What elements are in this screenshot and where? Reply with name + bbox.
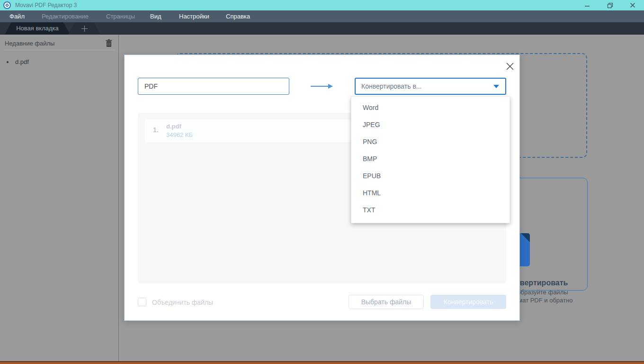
- right-arrow-icon: [311, 86, 329, 87]
- menu-settings[interactable]: Настройки: [179, 10, 209, 22]
- content-area: Недавние файлы d.pdf Конвертировать Прео…: [0, 35, 644, 361]
- tab-bar: Новая вкладка: [0, 22, 644, 35]
- menu-edit: Редактирование: [42, 10, 89, 22]
- clear-recent-button[interactable]: [105, 39, 113, 48]
- choose-files-button[interactable]: Выбрать файлы: [349, 295, 424, 309]
- menu-pages: Страницы: [106, 10, 135, 22]
- convert-dialog: Конвертировать в... Word JPEG PNG BMP EP…: [124, 55, 520, 321]
- format-dropdown-list: Word JPEG PNG BMP EPUB HTML TXT: [351, 96, 510, 223]
- title-bar: Movavi PDF Редактор 3: [0, 0, 644, 10]
- format-option-word[interactable]: Word: [351, 99, 510, 116]
- minimize-icon[interactable]: [576, 0, 599, 10]
- merge-files-checkbox[interactable]: [138, 298, 146, 306]
- convert-to-placeholder: Конвертировать в...: [361, 82, 421, 90]
- close-icon: [506, 62, 514, 71]
- menu-file[interactable]: Файл: [9, 10, 25, 22]
- file-size: 34962 КБ: [166, 131, 193, 138]
- recent-files-title: Недавние файлы: [5, 40, 54, 47]
- app-logo-icon: [3, 1, 11, 9]
- recent-file-item[interactable]: d.pdf: [7, 58, 111, 65]
- menu-view[interactable]: Вид: [150, 10, 161, 22]
- format-option-txt[interactable]: TXT: [351, 201, 510, 218]
- format-option-png[interactable]: PNG: [351, 133, 510, 150]
- bullet-icon: [7, 61, 9, 63]
- trash-icon: [105, 39, 113, 48]
- format-option-bmp[interactable]: BMP: [351, 150, 510, 167]
- sidebar-divider: [4, 50, 115, 50]
- source-format-field[interactable]: [138, 78, 289, 95]
- file-name: d.pdf: [166, 123, 181, 130]
- merge-files-label: Объединить файлы: [152, 299, 213, 306]
- format-option-html[interactable]: HTML: [351, 184, 510, 201]
- close-icon[interactable]: [621, 0, 644, 10]
- format-option-jpeg[interactable]: JPEG: [351, 116, 510, 133]
- chevron-down-icon: [493, 85, 499, 88]
- menu-bar: Файл Редактирование Страницы Вид Настрой…: [0, 10, 644, 22]
- tab-new[interactable]: Новая вкладка: [0, 22, 75, 35]
- folded-corner-icon: [521, 233, 530, 242]
- convert-button[interactable]: Конвертировать: [430, 295, 506, 309]
- sidebar-divider-vertical: [118, 35, 119, 361]
- dialog-close-button[interactable]: [504, 61, 516, 72]
- add-tab-button[interactable]: [68, 22, 100, 35]
- menu-help[interactable]: Справка: [226, 10, 250, 22]
- bottom-desktop-strip: [0, 361, 644, 364]
- convert-to-dropdown[interactable]: Конвертировать в...: [355, 78, 506, 95]
- format-option-epub[interactable]: EPUB: [351, 167, 510, 184]
- recent-file-name: d.pdf: [15, 58, 29, 65]
- window-title: Movavi PDF Редактор 3: [15, 2, 77, 9]
- restore-icon[interactable]: [599, 0, 621, 10]
- plus-icon: [81, 25, 88, 32]
- file-index: 1.: [153, 126, 159, 134]
